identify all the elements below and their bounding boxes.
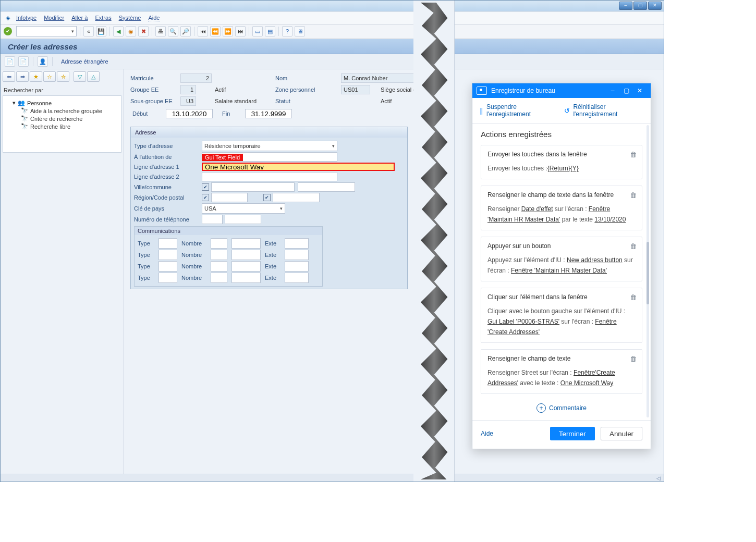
reset-icon: ↺ (564, 107, 570, 115)
next-page-button[interactable]: ⏩ (223, 26, 233, 36)
type-adresse-dropdown[interactable]: Résidence temporaire (202, 141, 337, 151)
cancel-button[interactable]: Annuler (601, 427, 642, 440)
fav-del-icon[interactable]: ✮ (57, 71, 69, 82)
recorder-close-button[interactable]: ✕ (633, 87, 647, 94)
adresse1-input[interactable] (202, 163, 395, 171)
comm-type-input[interactable] (158, 250, 177, 260)
help-button[interactable]: ? (282, 26, 292, 36)
main-toolbar: « 💾 ◀ ◉ ✖ 🖶 🔍 🔎 ⏮ ⏪ ⏩ ⏭ ▭ ▤ ? 🖥 (1, 24, 664, 39)
collapse-icon[interactable]: △ (87, 71, 100, 82)
back-button[interactable]: « (83, 26, 94, 36)
region-input[interactable] (211, 193, 248, 202)
last-page-button[interactable]: ⏭ (235, 26, 246, 36)
comm-type-input[interactable] (158, 238, 177, 249)
codepostal-input[interactable] (273, 193, 320, 202)
delete-action-icon[interactable]: 🗑 (630, 151, 637, 158)
menu-item[interactable]: Extras (95, 15, 111, 21)
comm-num-input[interactable] (211, 250, 227, 260)
fin-input[interactable] (245, 109, 292, 118)
recorder-minimize-button[interactable]: – (606, 87, 619, 94)
plus-icon: + (536, 403, 546, 413)
label: Zone personnel (275, 87, 338, 93)
tel-prefix-input[interactable] (202, 215, 223, 224)
finish-button[interactable]: Terminer (550, 427, 595, 440)
close-button[interactable] (648, 2, 662, 10)
os-window-controls (1, 1, 664, 11)
debut-input[interactable] (166, 109, 213, 118)
groupe-ee-field: 1 (180, 85, 196, 94)
label: Matricule (130, 75, 177, 81)
help-link[interactable]: Aide (481, 430, 493, 437)
reset-recording-button[interactable]: ↺Réinitialiser l'enregistrement (564, 103, 643, 118)
layout-button[interactable]: 🖥 (295, 26, 305, 36)
pays-dropdown[interactable]: USA (202, 203, 285, 214)
delete-action-icon[interactable]: 🗑 (630, 293, 637, 301)
commune-input[interactable] (298, 182, 355, 192)
adresse2-input[interactable] (202, 172, 337, 181)
minimize-button[interactable] (619, 2, 632, 10)
person-icon[interactable]: 👤 (38, 56, 48, 67)
tel-number-input[interactable] (225, 215, 261, 224)
ville-input[interactable] (211, 182, 295, 192)
maximize-button[interactable] (633, 2, 647, 10)
comm-ext-input[interactable] (285, 250, 309, 260)
tree-item[interactable]: 🔭Critère de recherche (5, 115, 119, 122)
checkbox[interactable]: ✔ (263, 194, 271, 201)
doc-copy-button[interactable]: 📄 (18, 56, 29, 67)
prev-page-button[interactable]: ⏪ (210, 26, 221, 36)
tree-item[interactable]: ▾👥Personne (5, 99, 119, 107)
recorder-scrollbar[interactable] (647, 125, 649, 417)
menu-item[interactable]: Modifier (44, 15, 64, 21)
delete-action-icon[interactable]: 🗑 (630, 355, 637, 363)
pause-recording-button[interactable]: ‖Suspendre l'enregistrement (480, 103, 555, 118)
action-title: Renseigner le champ de texte (487, 355, 636, 362)
comm-num2-input[interactable] (231, 250, 261, 260)
comm-ext-input[interactable] (285, 273, 309, 283)
print-button[interactable]: 🖶 (155, 26, 166, 36)
nav-back-button[interactable]: ◀ (113, 26, 124, 36)
comm-num-input[interactable] (211, 238, 227, 249)
comm-num-input[interactable] (211, 273, 227, 283)
nav-prev-icon[interactable]: ⬅ (3, 71, 15, 82)
comm-type-input[interactable] (158, 261, 177, 272)
menu-item[interactable]: Aller à (71, 15, 88, 21)
doc-button[interactable]: 📄 (5, 56, 15, 67)
label: Type d'adresse (134, 143, 202, 149)
nav-exit-button[interactable]: ◉ (126, 26, 136, 36)
shortcut-button[interactable]: ▤ (265, 26, 275, 36)
find-next-button[interactable]: 🔎 (180, 26, 191, 36)
recorder-maximize-button[interactable]: ▢ (619, 87, 633, 94)
comm-num2-input[interactable] (231, 273, 261, 283)
expand-icon[interactable]: ▽ (74, 71, 86, 82)
label: Ligne d'adresse 1 (134, 164, 202, 170)
command-field[interactable] (16, 26, 77, 36)
tree-item[interactable]: 🔭Aide à la recherche groupée (5, 107, 119, 115)
menu-item[interactable]: Infotype (16, 15, 36, 21)
checkbox[interactable]: ✔ (202, 194, 209, 201)
nav-cancel-button[interactable]: ✖ (138, 26, 149, 36)
matricule-field: 2 (180, 73, 212, 83)
find-button[interactable]: 🔍 (168, 26, 178, 36)
comm-ext-input[interactable] (285, 238, 309, 249)
first-page-button[interactable]: ⏮ (198, 26, 208, 36)
comm-num-input[interactable] (211, 261, 227, 272)
add-comment-button[interactable]: +Commentaire (481, 400, 642, 418)
label: Ville/commune (134, 184, 202, 190)
nav-next-icon[interactable]: ➡ (16, 71, 29, 82)
fav-add-icon[interactable]: ★ (30, 71, 42, 82)
tree-item[interactable]: 🔭Recherche libre (5, 122, 119, 130)
comm-type-input[interactable] (158, 273, 177, 283)
delete-action-icon[interactable]: 🗑 (630, 191, 637, 199)
status-ok-icon (4, 27, 12, 35)
menu-item[interactable]: Aide (148, 15, 160, 21)
fav-list-icon[interactable]: ☆ (43, 71, 56, 82)
save-button[interactable]: 💾 (96, 26, 106, 36)
comm-num2-input[interactable] (231, 261, 261, 272)
comm-num2-input[interactable] (231, 238, 261, 249)
delete-action-icon[interactable]: 🗑 (630, 242, 637, 250)
menu-item[interactable]: Système (119, 15, 141, 21)
comm-ext-input[interactable] (285, 261, 309, 272)
foreign-address-link[interactable]: Adresse étrangère (61, 58, 108, 65)
checkbox[interactable]: ✔ (202, 183, 209, 191)
new-session-button[interactable]: ▭ (252, 26, 263, 36)
